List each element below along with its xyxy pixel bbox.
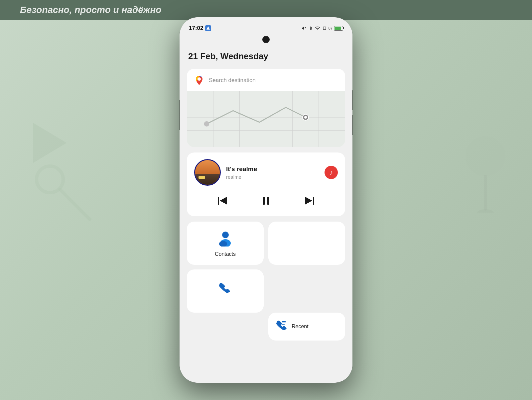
- screen-content[interactable]: 21 Feb, Wednesday Search destination: [180, 45, 352, 383]
- contacts-icon: [217, 229, 234, 247]
- svg-marker-27: [305, 197, 312, 205]
- header-title: Безопасно, просто и надёжно: [20, 5, 161, 15]
- contacts-label: Contacts: [215, 251, 236, 257]
- status-bar: 17:02: [180, 17, 352, 35]
- svg-point-9: [198, 77, 201, 81]
- pause-icon: [260, 195, 272, 207]
- music-top: It's realme realme ♪: [194, 159, 338, 186]
- camera-dot: [262, 36, 270, 43]
- music-artist: realme: [226, 174, 325, 180]
- camera-area: [180, 35, 352, 45]
- recent-calls-icon: [276, 320, 288, 333]
- music-info: It's realme realme: [194, 159, 325, 186]
- status-icons: 87: [301, 26, 343, 31]
- header-bar: Безопасно, просто и надёжно: [0, 0, 532, 20]
- next-button[interactable]: [301, 192, 318, 209]
- music-app-badge[interactable]: ♪: [325, 166, 338, 179]
- album-art: [194, 159, 221, 186]
- recent-calls-card[interactable]: Recent: [268, 313, 345, 341]
- phone-icon: [218, 281, 233, 296]
- music-controls: [194, 192, 338, 209]
- svg-point-19: [204, 121, 209, 127]
- wifi-icon: [315, 26, 321, 31]
- maps-search-text[interactable]: Search destination: [209, 77, 256, 84]
- music-note-icon: ♪: [330, 169, 333, 176]
- mute-icon: [301, 26, 307, 31]
- battery-percent: 87: [329, 26, 332, 30]
- svg-rect-8: [323, 27, 326, 30]
- bluetooth-icon: [308, 26, 313, 31]
- battery-icon: 87: [329, 26, 343, 31]
- music-title: It's realme: [226, 165, 325, 173]
- contacts-card[interactable]: Contacts: [187, 222, 264, 265]
- maps-search-bar[interactable]: Search destination: [187, 69, 345, 91]
- maps-card[interactable]: Search destination: [187, 69, 345, 147]
- status-time: 17:02: [189, 25, 203, 32]
- map-view: [187, 91, 345, 147]
- volume-down-button: [352, 115, 352, 135]
- pause-button[interactable]: [258, 192, 274, 209]
- status-app-icon: [205, 25, 211, 31]
- prev-icon: [216, 195, 228, 207]
- phone-icon-wrapper: [218, 281, 233, 297]
- recent-label: Recent: [292, 324, 309, 330]
- svg-point-28: [222, 232, 229, 238]
- maps-pin-icon: [194, 75, 205, 86]
- prev-button[interactable]: [214, 192, 231, 209]
- phone-shell: 17:02: [180, 17, 352, 383]
- svg-rect-24: [263, 197, 265, 205]
- power-button: [352, 90, 352, 110]
- svg-point-21: [304, 116, 307, 119]
- svg-rect-26: [313, 197, 314, 205]
- phone-card[interactable]: [187, 269, 264, 313]
- volume-up-button: [180, 100, 180, 130]
- svg-marker-23: [220, 197, 227, 205]
- music-text: It's realme realme: [226, 165, 325, 180]
- contacts-icon-wrapper: [217, 229, 234, 248]
- svg-rect-25: [267, 197, 269, 205]
- date-header: 21 Feb, Wednesday: [187, 51, 345, 61]
- recent-card[interactable]: [268, 222, 345, 265]
- rotation-icon: [322, 26, 327, 31]
- next-icon: [304, 195, 316, 207]
- bottom-grid-2: Recent: [187, 313, 345, 341]
- music-card[interactable]: It's realme realme ♪: [187, 152, 345, 216]
- maps-preview[interactable]: [187, 91, 345, 147]
- recent-icon: [276, 320, 288, 332]
- svg-rect-22: [218, 197, 219, 205]
- bottom-grid: Contacts: [187, 222, 345, 313]
- phone-screen: 17:02: [180, 17, 352, 383]
- status-left: 17:02: [189, 25, 211, 32]
